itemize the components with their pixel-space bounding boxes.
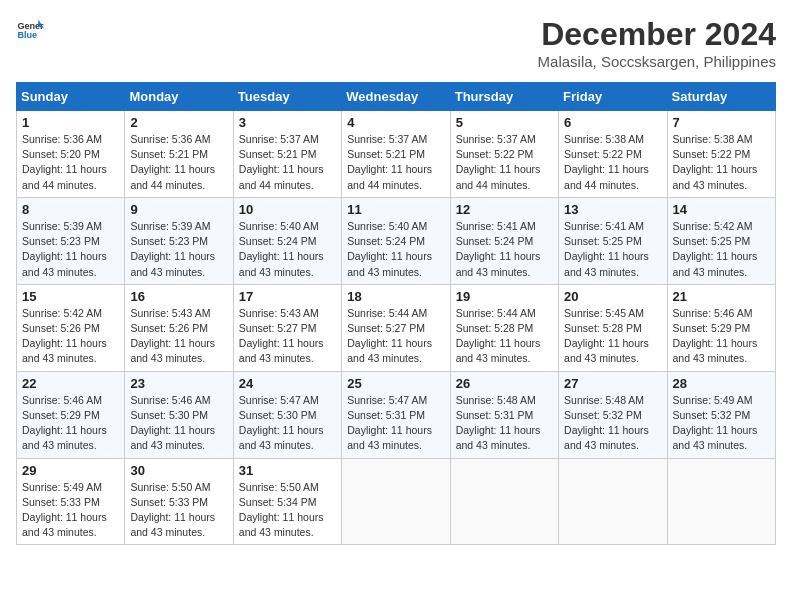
day-number: 19	[456, 289, 553, 304]
calendar-day-cell: 28Sunrise: 5:49 AMSunset: 5:32 PMDayligh…	[667, 371, 775, 458]
col-tuesday: Tuesday	[233, 83, 341, 111]
day-info: Sunrise: 5:44 AMSunset: 5:27 PMDaylight:…	[347, 306, 444, 367]
day-number: 12	[456, 202, 553, 217]
day-info: Sunrise: 5:40 AMSunset: 5:24 PMDaylight:…	[239, 219, 336, 280]
calendar-week-row: 29Sunrise: 5:49 AMSunset: 5:33 PMDayligh…	[17, 458, 776, 545]
day-number: 28	[673, 376, 770, 391]
day-info: Sunrise: 5:40 AMSunset: 5:24 PMDaylight:…	[347, 219, 444, 280]
day-info: Sunrise: 5:39 AMSunset: 5:23 PMDaylight:…	[130, 219, 227, 280]
day-number: 10	[239, 202, 336, 217]
calendar-day-cell: 30Sunrise: 5:50 AMSunset: 5:33 PMDayligh…	[125, 458, 233, 545]
calendar-day-cell: 8Sunrise: 5:39 AMSunset: 5:23 PMDaylight…	[17, 197, 125, 284]
day-number: 13	[564, 202, 661, 217]
calendar-day-cell	[342, 458, 450, 545]
day-number: 20	[564, 289, 661, 304]
day-number: 25	[347, 376, 444, 391]
day-info: Sunrise: 5:42 AMSunset: 5:26 PMDaylight:…	[22, 306, 119, 367]
day-number: 23	[130, 376, 227, 391]
day-number: 2	[130, 115, 227, 130]
day-info: Sunrise: 5:49 AMSunset: 5:32 PMDaylight:…	[673, 393, 770, 454]
page-header: General Blue December 2024 Malasila, Soc…	[16, 16, 776, 70]
calendar-day-cell: 15Sunrise: 5:42 AMSunset: 5:26 PMDayligh…	[17, 284, 125, 371]
calendar-day-cell: 3Sunrise: 5:37 AMSunset: 5:21 PMDaylight…	[233, 111, 341, 198]
calendar-week-row: 15Sunrise: 5:42 AMSunset: 5:26 PMDayligh…	[17, 284, 776, 371]
day-info: Sunrise: 5:46 AMSunset: 5:30 PMDaylight:…	[130, 393, 227, 454]
calendar-day-cell: 19Sunrise: 5:44 AMSunset: 5:28 PMDayligh…	[450, 284, 558, 371]
col-sunday: Sunday	[17, 83, 125, 111]
day-info: Sunrise: 5:45 AMSunset: 5:28 PMDaylight:…	[564, 306, 661, 367]
calendar-day-cell: 26Sunrise: 5:48 AMSunset: 5:31 PMDayligh…	[450, 371, 558, 458]
day-info: Sunrise: 5:37 AMSunset: 5:21 PMDaylight:…	[347, 132, 444, 193]
calendar-header-row: Sunday Monday Tuesday Wednesday Thursday…	[17, 83, 776, 111]
day-number: 31	[239, 463, 336, 478]
calendar-day-cell: 14Sunrise: 5:42 AMSunset: 5:25 PMDayligh…	[667, 197, 775, 284]
day-number: 29	[22, 463, 119, 478]
page-subtitle: Malasila, Soccsksargen, Philippines	[538, 53, 776, 70]
day-info: Sunrise: 5:49 AMSunset: 5:33 PMDaylight:…	[22, 480, 119, 541]
day-number: 6	[564, 115, 661, 130]
calendar-day-cell: 27Sunrise: 5:48 AMSunset: 5:32 PMDayligh…	[559, 371, 667, 458]
calendar-day-cell: 16Sunrise: 5:43 AMSunset: 5:26 PMDayligh…	[125, 284, 233, 371]
calendar-day-cell	[450, 458, 558, 545]
calendar-day-cell: 21Sunrise: 5:46 AMSunset: 5:29 PMDayligh…	[667, 284, 775, 371]
calendar-day-cell: 20Sunrise: 5:45 AMSunset: 5:28 PMDayligh…	[559, 284, 667, 371]
day-info: Sunrise: 5:42 AMSunset: 5:25 PMDaylight:…	[673, 219, 770, 280]
title-area: December 2024 Malasila, Soccsksargen, Ph…	[538, 16, 776, 70]
calendar-day-cell	[559, 458, 667, 545]
day-number: 8	[22, 202, 119, 217]
day-number: 4	[347, 115, 444, 130]
calendar-week-row: 8Sunrise: 5:39 AMSunset: 5:23 PMDaylight…	[17, 197, 776, 284]
day-number: 11	[347, 202, 444, 217]
col-thursday: Thursday	[450, 83, 558, 111]
col-monday: Monday	[125, 83, 233, 111]
day-info: Sunrise: 5:41 AMSunset: 5:25 PMDaylight:…	[564, 219, 661, 280]
calendar-day-cell: 9Sunrise: 5:39 AMSunset: 5:23 PMDaylight…	[125, 197, 233, 284]
day-number: 1	[22, 115, 119, 130]
calendar-day-cell: 31Sunrise: 5:50 AMSunset: 5:34 PMDayligh…	[233, 458, 341, 545]
day-number: 16	[130, 289, 227, 304]
day-info: Sunrise: 5:38 AMSunset: 5:22 PMDaylight:…	[673, 132, 770, 193]
calendar-day-cell: 24Sunrise: 5:47 AMSunset: 5:30 PMDayligh…	[233, 371, 341, 458]
day-info: Sunrise: 5:37 AMSunset: 5:21 PMDaylight:…	[239, 132, 336, 193]
day-info: Sunrise: 5:36 AMSunset: 5:21 PMDaylight:…	[130, 132, 227, 193]
day-number: 30	[130, 463, 227, 478]
calendar-day-cell: 18Sunrise: 5:44 AMSunset: 5:27 PMDayligh…	[342, 284, 450, 371]
day-number: 15	[22, 289, 119, 304]
day-info: Sunrise: 5:50 AMSunset: 5:33 PMDaylight:…	[130, 480, 227, 541]
day-info: Sunrise: 5:43 AMSunset: 5:26 PMDaylight:…	[130, 306, 227, 367]
day-info: Sunrise: 5:47 AMSunset: 5:30 PMDaylight:…	[239, 393, 336, 454]
day-info: Sunrise: 5:48 AMSunset: 5:32 PMDaylight:…	[564, 393, 661, 454]
calendar-day-cell: 17Sunrise: 5:43 AMSunset: 5:27 PMDayligh…	[233, 284, 341, 371]
day-info: Sunrise: 5:38 AMSunset: 5:22 PMDaylight:…	[564, 132, 661, 193]
calendar-day-cell: 23Sunrise: 5:46 AMSunset: 5:30 PMDayligh…	[125, 371, 233, 458]
col-friday: Friday	[559, 83, 667, 111]
svg-text:Blue: Blue	[17, 30, 37, 40]
day-number: 5	[456, 115, 553, 130]
day-info: Sunrise: 5:50 AMSunset: 5:34 PMDaylight:…	[239, 480, 336, 541]
day-number: 27	[564, 376, 661, 391]
day-info: Sunrise: 5:43 AMSunset: 5:27 PMDaylight:…	[239, 306, 336, 367]
day-number: 22	[22, 376, 119, 391]
day-info: Sunrise: 5:36 AMSunset: 5:20 PMDaylight:…	[22, 132, 119, 193]
calendar-day-cell	[667, 458, 775, 545]
calendar-day-cell: 1Sunrise: 5:36 AMSunset: 5:20 PMDaylight…	[17, 111, 125, 198]
calendar-day-cell: 2Sunrise: 5:36 AMSunset: 5:21 PMDaylight…	[125, 111, 233, 198]
day-number: 17	[239, 289, 336, 304]
calendar-day-cell: 29Sunrise: 5:49 AMSunset: 5:33 PMDayligh…	[17, 458, 125, 545]
day-number: 21	[673, 289, 770, 304]
day-number: 14	[673, 202, 770, 217]
day-info: Sunrise: 5:37 AMSunset: 5:22 PMDaylight:…	[456, 132, 553, 193]
day-info: Sunrise: 5:46 AMSunset: 5:29 PMDaylight:…	[673, 306, 770, 367]
calendar-day-cell: 6Sunrise: 5:38 AMSunset: 5:22 PMDaylight…	[559, 111, 667, 198]
day-info: Sunrise: 5:47 AMSunset: 5:31 PMDaylight:…	[347, 393, 444, 454]
day-number: 9	[130, 202, 227, 217]
calendar-day-cell: 22Sunrise: 5:46 AMSunset: 5:29 PMDayligh…	[17, 371, 125, 458]
day-info: Sunrise: 5:48 AMSunset: 5:31 PMDaylight:…	[456, 393, 553, 454]
calendar-table: Sunday Monday Tuesday Wednesday Thursday…	[16, 82, 776, 545]
day-info: Sunrise: 5:39 AMSunset: 5:23 PMDaylight:…	[22, 219, 119, 280]
calendar-day-cell: 10Sunrise: 5:40 AMSunset: 5:24 PMDayligh…	[233, 197, 341, 284]
calendar-week-row: 1Sunrise: 5:36 AMSunset: 5:20 PMDaylight…	[17, 111, 776, 198]
generalblue-logo-icon: General Blue	[16, 16, 44, 44]
day-number: 26	[456, 376, 553, 391]
day-info: Sunrise: 5:46 AMSunset: 5:29 PMDaylight:…	[22, 393, 119, 454]
